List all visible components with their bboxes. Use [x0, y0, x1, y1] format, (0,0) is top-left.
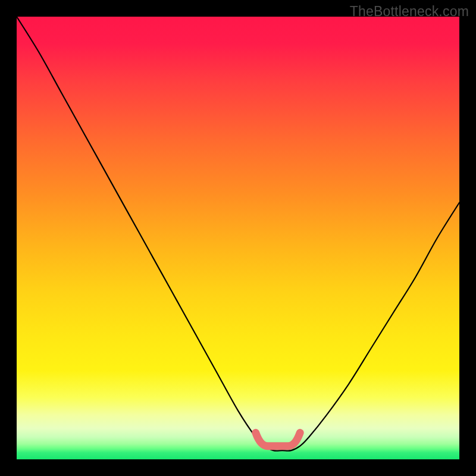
chart-frame: TheBottleneck.com: [0, 0, 476, 476]
bottleneck-curve: [17, 17, 459, 451]
curve-layer: [17, 17, 459, 459]
gradient-plot-area: [17, 17, 459, 459]
optimal-highlight: [256, 433, 300, 446]
